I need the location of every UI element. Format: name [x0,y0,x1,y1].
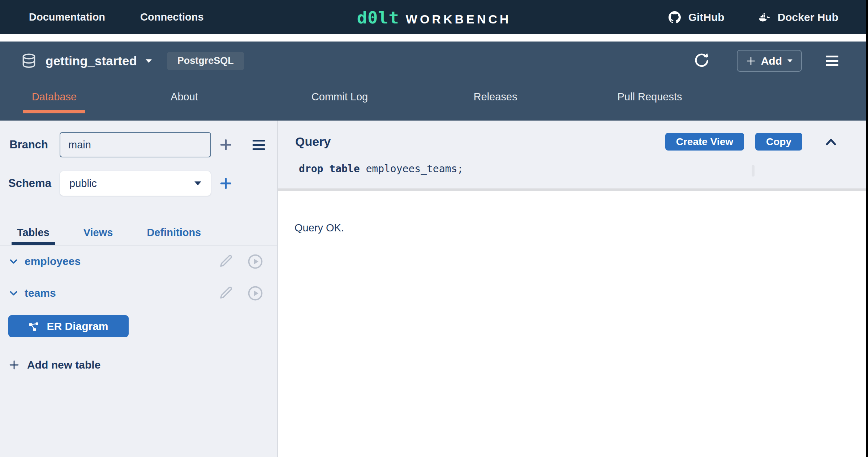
sql-rest: employees_teams; [360,163,464,175]
edit-table-icon[interactable] [219,254,234,269]
menu-icon[interactable] [826,56,838,66]
database-row: getting_started PostgreSQL Add [0,42,868,80]
logo-text: WORKBENCH [406,12,511,26]
database-name: getting_started [46,54,137,68]
tab-about[interactable]: About [148,80,220,113]
sql-keyword: drop table [299,163,360,175]
branch-menu-icon[interactable] [253,140,265,150]
er-diagram-label: ER Diagram [47,320,108,332]
app-logo[interactable]: d0lt WORKBENCH [357,7,511,27]
tab-tables[interactable]: Tables [12,222,55,245]
schema-select[interactable]: public [60,171,211,196]
query-actions: Create View Copy [665,133,837,151]
github-link[interactable]: GitHub [669,11,725,23]
tab-definitions[interactable]: Definitions [141,222,206,245]
query-result-area: Query OK. [278,191,868,234]
add-new-table-button[interactable]: Add new table [9,359,277,371]
branch-row: Branch [0,132,277,157]
er-diagram-icon [29,321,39,331]
dockerhub-link-label: Docker Hub [778,11,838,23]
top-nav: Documentation Connections [0,11,204,23]
sidebar-tabs: Tables Views Definitions [0,222,277,245]
tab-commit-log[interactable]: Commit Log [296,80,383,113]
table-name[interactable]: teams [25,287,56,299]
branch-input[interactable] [60,132,211,157]
plus-icon [746,56,756,66]
tab-pull-requests[interactable]: Pull Requests [606,80,693,113]
query-title: Query [295,135,331,149]
play-icon[interactable] [247,253,263,270]
nav-connections[interactable]: Connections [140,11,204,23]
tab-views[interactable]: Views [78,222,119,245]
sidebar: Branch Schema public Tables Vie [0,121,278,457]
header-actions: Add [693,50,838,72]
tab-releases[interactable]: Releases [459,80,532,113]
add-new-table-label: Add new table [27,359,100,371]
caret-down-icon [146,59,152,63]
database-icon [21,53,37,69]
nav-documentation[interactable]: Documentation [29,11,105,23]
query-result-text: Query OK. [295,222,868,234]
window-edge [866,0,868,457]
er-diagram-button[interactable]: ER Diagram [8,315,129,337]
database-tabs: Database About Commit Log Releases Pull … [0,80,868,113]
tab-database[interactable]: Database [23,80,85,113]
add-button-label: Add [761,55,782,67]
main-panel: Query Create View Copy drop table employ… [278,121,868,457]
content: Branch Schema public Tables Vie [0,121,868,457]
chevron-up-icon[interactable] [825,137,837,147]
database-selector[interactable]: getting_started [21,53,152,69]
chevron-down-icon[interactable] [9,288,18,298]
schema-value: public [69,178,97,190]
query-scrollbar-thumb[interactable] [752,165,755,177]
caret-down-icon [787,59,792,62]
top-links: GitHub Docker Hub [669,11,868,23]
table-name[interactable]: employees [25,255,81,267]
schema-label: Schema [8,177,48,190]
table-row-teams: teams [0,277,277,309]
top-bar: Documentation Connections d0lt WORKBENCH… [0,0,868,34]
plus-icon [9,360,20,370]
logo-mark: d0lt [357,7,399,27]
branch-label: Branch [8,138,48,151]
chevron-down-icon[interactable] [9,257,18,266]
docker-icon [759,13,770,22]
refresh-button[interactable] [693,52,710,69]
github-link-label: GitHub [688,11,725,23]
schema-row: Schema public [0,171,277,196]
add-schema-button[interactable] [218,177,233,190]
create-view-button[interactable]: Create View [665,133,744,151]
database-header: getting_started PostgreSQL Add [0,42,868,121]
dbms-badge: PostgreSQL [167,52,244,70]
edit-table-icon[interactable] [219,286,234,301]
table-row-employees: employees [0,245,277,277]
dockerhub-link[interactable]: Docker Hub [759,11,838,23]
add-branch-button[interactable] [218,139,233,151]
play-icon[interactable] [247,285,263,301]
add-dropdown-button[interactable]: Add [737,50,802,72]
caret-down-icon [194,181,201,186]
github-icon [669,11,681,23]
query-panel: Query Create View Copy drop table employ… [278,121,868,191]
app: Documentation Connections d0lt WORKBENCH… [0,0,868,457]
query-panel-header: Query Create View Copy [295,121,837,151]
query-sql[interactable]: drop table employees_teams; [295,163,837,175]
copy-button[interactable]: Copy [755,133,802,151]
